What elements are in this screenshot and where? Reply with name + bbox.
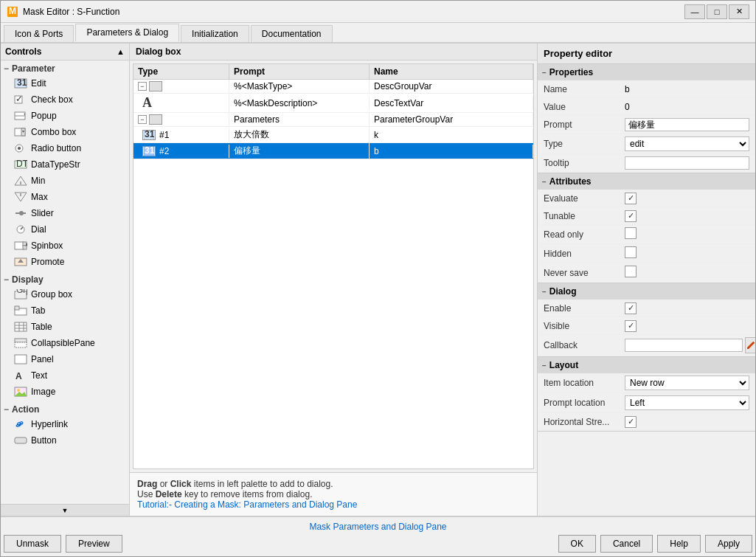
cell-name-row4: k [370,128,533,142]
type-select[interactable]: edit checkbox popup radio [625,136,749,151]
ctrl-promote[interactable]: Promote [1,254,129,270]
ctrl-popup[interactable]: Popup [1,108,129,124]
prop-horiz-stretch-value [625,416,749,428]
prop-prompt-location-value: Left Above Hidden [625,395,749,410]
apply-button[interactable]: Apply [705,535,752,553]
help-button[interactable]: Help [657,535,701,553]
attributes-section-header[interactable]: − Attributes [538,173,755,190]
dialog-panel: Dialog box Type Prompt Name − %<MaskType… [130,44,538,516]
ctrl-edit[interactable]: 31 Edit [1,75,129,91]
properties-section-header[interactable]: − Properties [538,64,755,80]
type-icon-row5: 31 [142,146,156,156]
bottom-link[interactable]: Mask Parameters and Dialog Pane [309,522,446,532]
ctrl-check-box[interactable]: ✓ Check box [1,91,129,108]
controls-header: Controls ▲ [1,44,129,60]
prompt-location-select[interactable]: Left Above Hidden [625,395,749,410]
hidden-checkbox[interactable] [625,246,637,258]
unmask-button[interactable]: Unmask [4,535,61,553]
ctrl-min[interactable]: Min [1,173,129,189]
prop-enable-value [625,302,749,314]
titlebar: M Mask Editor : S-Function — □ ✕ [1,1,755,23]
layout-section-header[interactable]: − Layout [538,357,755,373]
col-prompt-header: Prompt [229,64,370,79]
collapse-dialog-icon: − [542,288,547,296]
ctrl-radio-button[interactable]: Radio button [1,140,129,156]
svg-rect-43 [15,355,27,364]
preview-button[interactable]: Preview [66,535,122,553]
tab-icon-ports[interactable]: Icon & Ports [4,25,74,42]
svg-text:Grp: Grp [16,289,27,295]
tab-initialization[interactable]: Initialization [181,25,249,42]
cell-name-row1: DescGroupVar [370,80,533,93]
svg-rect-41 [15,339,27,342]
panel-icon [14,353,27,366]
prop-item-location-value: New row Same row [625,376,749,390]
cell-type-row1: − [133,80,229,93]
tab-documentation[interactable]: Documentation [251,25,333,42]
table-row[interactable]: − %<MaskType> DescGroupVar [133,80,533,94]
horiz-stretch-checkbox[interactable] [625,416,637,428]
collapse-display-icon[interactable]: − [4,274,9,285]
collapse-row3[interactable]: − [138,115,147,124]
callback-input[interactable] [625,339,743,352]
ctrl-image[interactable]: Image [1,384,129,400]
collapse-parameter-icon[interactable]: − [4,63,9,74]
cancel-button[interactable]: Cancel [600,535,653,553]
ctrl-button[interactable]: Button [1,432,129,449]
table-row-selected[interactable]: 31 #2 偏移量 b [133,143,533,159]
collapse-action-icon[interactable]: − [4,404,9,415]
item-location-select[interactable]: New row Same row [625,376,749,390]
ctrl-collapsible-panel[interactable]: CollapsiblePane [1,335,129,351]
groupbox-icon: Grp [14,288,27,301]
tab-parameters-dialog[interactable]: Parameters & Dialog [75,24,179,42]
evaluate-checkbox[interactable] [625,193,637,204]
ctrl-spinbox[interactable]: ▲▼ Spinbox [1,238,129,254]
ctrl-max[interactable]: Max [1,189,129,205]
maximize-button[interactable]: □ [707,4,727,19]
prop-name-label: Name [544,84,625,94]
svg-rect-48 [15,437,27,443]
tooltip-input[interactable] [625,156,749,170]
cell-type-row5: 31 #2 [133,145,229,158]
ok-button[interactable]: OK [558,535,596,553]
ctrl-text[interactable]: A Text [1,367,129,384]
ctrl-group-box[interactable]: Grp Group box [1,286,129,302]
dialog-section-header[interactable]: − Dialog [538,283,755,300]
prop-readonly-value [625,227,749,241]
prompt-input[interactable] [625,118,749,131]
ctrl-tab[interactable]: Tab [1,302,129,319]
ctrl-hyperlink[interactable]: Hyperlink [1,416,129,432]
prop-row-item-location: Item location New row Same row [538,373,755,393]
cell-type-row4: 31 #1 [133,128,229,142]
promote-icon [14,255,27,269]
prop-row-name: Name b [538,80,755,98]
text-icon: A [14,369,27,382]
table-row[interactable]: A %<MaskDescription> DescTextVar [133,94,533,113]
prop-horiz-stretch-label: Horizontal Stre... [544,417,625,427]
enable-checkbox[interactable] [625,302,637,314]
tutorial-link[interactable]: Tutorial:- Creating a Mask: Parameters a… [137,499,357,510]
never-save-checkbox[interactable] [625,266,637,277]
svg-text:DT: DT [16,159,27,169]
ctrl-slider[interactable]: Slider [1,205,129,221]
cell-prompt-row1: %<MaskType> [229,80,370,93]
readonly-checkbox[interactable] [625,227,637,239]
collapse-row1[interactable]: − [138,82,147,91]
callback-edit-button[interactable] [745,337,755,353]
prop-never-save-value [625,266,749,280]
table-row[interactable]: − Parameters ParameterGroupVar [133,113,533,127]
min-icon [14,174,27,187]
ctrl-table[interactable]: Table [1,319,129,335]
close-button[interactable]: ✕ [729,4,749,19]
scroll-down-arrow[interactable]: ▼ [1,504,129,516]
ctrl-panel[interactable]: Panel [1,351,129,367]
ctrl-dial[interactable]: Dial [1,221,129,238]
visible-checkbox[interactable] [625,320,637,332]
prop-row-enable: Enable [538,300,755,317]
ctrl-datatypestr[interactable]: DT DataTypeStr [1,156,129,173]
tunable-checkbox[interactable] [625,210,637,222]
collapse-all-icon[interactable]: ▲ [117,47,125,56]
table-row[interactable]: 31 #1 放大倍数 k [133,127,533,143]
minimize-button[interactable]: — [684,4,705,19]
ctrl-combo-box[interactable]: Combo box [1,124,129,140]
